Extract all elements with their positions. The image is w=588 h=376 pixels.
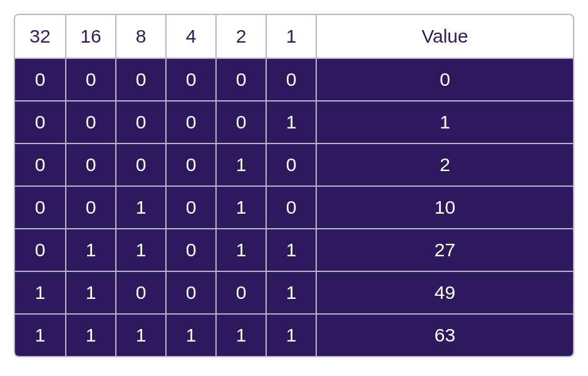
- table-row: 1 1 1 1 1 1 63: [15, 313, 573, 356]
- header-col-value: Value: [316, 15, 573, 58]
- bit-cell: 0: [165, 59, 215, 100]
- bit-cell: 1: [15, 315, 65, 356]
- bit-cell: 0: [65, 187, 115, 228]
- table-row: 0 0 0 0 1 0 2: [15, 143, 573, 185]
- bit-cell: 0: [65, 59, 115, 100]
- bit-cell: 1: [65, 229, 115, 271]
- bit-cell: 1: [215, 315, 266, 356]
- bit-cell: 0: [15, 59, 65, 100]
- bit-cell: 1: [65, 315, 115, 356]
- bit-cell: 0: [15, 144, 65, 185]
- table-header-row: 32 16 8 4 2 1 Value: [15, 15, 573, 58]
- bit-cell: 1: [165, 315, 215, 356]
- bit-cell: 0: [215, 272, 266, 313]
- bit-cell: 1: [65, 272, 115, 313]
- bit-cell: 1: [266, 102, 316, 143]
- value-cell: 27: [316, 229, 573, 271]
- table-row: 1 1 0 0 0 1 49: [15, 271, 573, 313]
- bit-cell: 0: [165, 144, 215, 185]
- bit-cell: 1: [215, 187, 266, 228]
- bit-cell: 1: [115, 187, 165, 228]
- bit-cell: 0: [165, 187, 215, 228]
- bit-cell: 0: [266, 144, 316, 185]
- value-cell: 10: [316, 187, 573, 228]
- value-cell: 63: [316, 315, 573, 356]
- bit-cell: 0: [115, 59, 165, 100]
- table-row: 0 1 1 0 1 1 27: [15, 228, 573, 271]
- bit-cell: 1: [266, 272, 316, 313]
- value-cell: 0: [316, 59, 573, 100]
- bit-cell: 0: [165, 102, 215, 143]
- bit-cell: 1: [266, 229, 316, 271]
- bit-cell: 0: [266, 187, 316, 228]
- bit-cell: 1: [266, 315, 316, 356]
- bit-cell: 0: [15, 187, 65, 228]
- bit-cell: 0: [215, 59, 266, 100]
- bit-cell: 1: [115, 229, 165, 271]
- bit-cell: 0: [215, 102, 266, 143]
- header-col-4: 4: [165, 15, 215, 58]
- bit-cell: 0: [165, 229, 215, 271]
- bit-cell: 0: [165, 272, 215, 313]
- value-cell: 49: [316, 272, 573, 313]
- table-row: 0 0 0 0 0 1 1: [15, 100, 573, 143]
- header-col-2: 2: [215, 15, 266, 58]
- bit-cell: 0: [15, 229, 65, 271]
- bit-cell: 0: [266, 59, 316, 100]
- bit-cell: 1: [215, 144, 266, 185]
- bit-cell: 0: [115, 144, 165, 185]
- header-col-1: 1: [266, 15, 316, 58]
- table-row: 0 0 0 0 0 0 0: [15, 58, 573, 100]
- header-col-32: 32: [15, 15, 65, 58]
- bit-cell: 0: [65, 102, 115, 143]
- table-row: 0 0 1 0 1 0 10: [15, 185, 573, 228]
- header-col-8: 8: [115, 15, 165, 58]
- value-cell: 2: [316, 144, 573, 185]
- bit-cell: 1: [15, 272, 65, 313]
- bit-cell: 1: [215, 229, 266, 271]
- bit-cell: 0: [115, 272, 165, 313]
- binary-value-table: 32 16 8 4 2 1 Value 0 0 0 0 0 0 0 0 0 0 …: [14, 14, 574, 357]
- value-cell: 1: [316, 102, 573, 143]
- bit-cell: 0: [15, 102, 65, 143]
- header-col-16: 16: [65, 15, 115, 58]
- bit-cell: 0: [65, 144, 115, 185]
- bit-cell: 0: [115, 102, 165, 143]
- bit-cell: 1: [115, 315, 165, 356]
